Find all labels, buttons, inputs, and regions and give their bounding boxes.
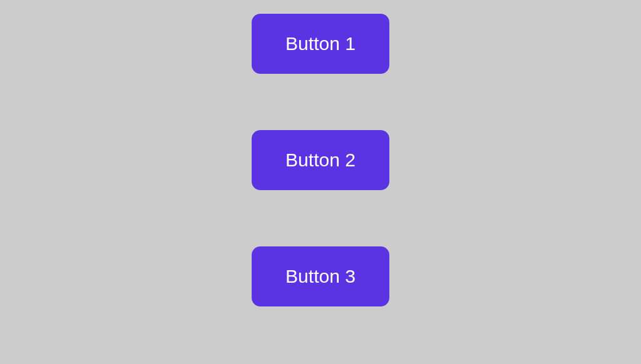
button-1[interactable]: Button 1 [252, 14, 389, 74]
button-2[interactable]: Button 2 [252, 130, 389, 190]
button-3[interactable]: Button 3 [252, 246, 389, 306]
